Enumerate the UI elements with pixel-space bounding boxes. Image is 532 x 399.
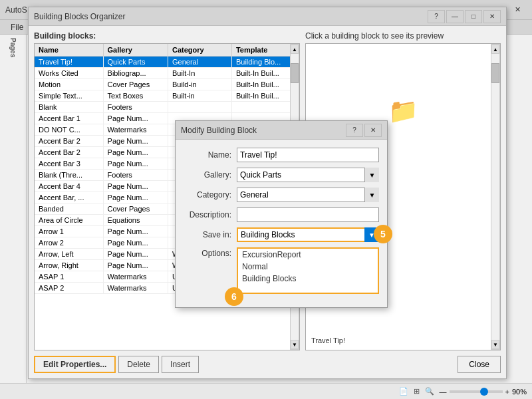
main-area: Pages Building Blocks Organizer ? — □ ✕ xyxy=(0,35,532,399)
options-item-building[interactable]: Building Blocks xyxy=(238,273,378,285)
modify-dialog: Modify Building Block ? ✕ Name: Gallery: xyxy=(175,120,388,308)
save-in-select[interactable]: Building Blocks Normal ExcursionReport xyxy=(237,227,379,242)
name-input[interactable] xyxy=(237,148,379,162)
bb-maximize-btn[interactable]: □ xyxy=(465,10,482,23)
description-label: Description: xyxy=(184,210,237,219)
category-label: Category: xyxy=(184,190,237,200)
status-grid-icon: ⊞ xyxy=(414,387,420,396)
col-category[interactable]: Category xyxy=(168,44,232,57)
close-btn[interactable]: Close xyxy=(458,356,501,373)
bb-dialog-titlebar: Building Blocks Organizer ? — □ ✕ xyxy=(29,7,506,26)
gallery-label: Gallery: xyxy=(184,170,237,180)
bb-preview-label: Click a building block to see its previe… xyxy=(305,31,501,41)
close-title-btn[interactable]: ✕ xyxy=(508,3,527,17)
category-select-wrapper: General Built-In ▼ xyxy=(237,188,379,202)
modify-titlebar: Modify Building Block ? ✕ xyxy=(176,121,387,140)
description-input[interactable] xyxy=(237,207,379,222)
preview-scroll-down[interactable]: ▼ xyxy=(491,340,499,349)
scroll-thumb[interactable] xyxy=(291,63,299,83)
table-row[interactable]: Works CitedBibliograp...Built-InBuilt-In… xyxy=(35,68,299,79)
save-in-row: Save in: Building Blocks Normal Excursio… xyxy=(184,227,379,242)
zoom-plus[interactable]: + xyxy=(505,388,509,396)
app-window: AutoS Building Blocks Organizer ? — □ ✕ … xyxy=(0,0,532,399)
category-row: Category: General Built-In ▼ xyxy=(184,188,379,202)
bb-section-label: Building blocks: xyxy=(34,31,300,41)
step5-badge: 5 xyxy=(374,225,392,243)
preview-travel-tip-text: Travel Tip! xyxy=(311,336,345,344)
modify-dialog-title: Modify Building Block xyxy=(181,126,346,135)
sidebar-btn-pages[interactable]: Pages xyxy=(3,37,24,59)
zoom-thumb xyxy=(480,388,488,396)
modify-help-btn[interactable]: ? xyxy=(346,124,363,137)
name-row: Name: xyxy=(184,148,379,162)
edit-properties-btn[interactable]: Edit Properties... xyxy=(34,356,116,373)
bb-bottom-buttons: Edit Properties... Delete Insert xyxy=(34,356,300,373)
col-gallery[interactable]: Gallery xyxy=(103,44,168,57)
delete-btn[interactable]: Delete xyxy=(118,356,159,373)
scroll-down-arrow[interactable]: ▼ xyxy=(291,340,299,349)
save-in-select-wrapper: Building Blocks Normal ExcursionReport ▼ xyxy=(237,227,379,242)
options-listbox[interactable]: ExcursionReport Normal Building Blocks xyxy=(237,247,379,294)
bb-help-btn[interactable]: ? xyxy=(428,10,445,23)
menu-file[interactable]: File xyxy=(5,21,29,33)
scroll-up-arrow[interactable]: ▲ xyxy=(291,45,299,54)
options-label: Options: xyxy=(184,247,237,258)
zoom-level: 90% xyxy=(512,388,527,396)
sidebar: Pages xyxy=(0,35,27,399)
preview-scroll-up[interactable]: ▲ xyxy=(491,45,499,54)
name-label: Name: xyxy=(184,150,237,160)
bb-close-btn[interactable]: ✕ xyxy=(483,10,501,23)
zoom-slider[interactable] xyxy=(450,390,503,393)
bb-close-area: Close xyxy=(305,356,501,373)
preview-folder-icon: 📁 xyxy=(388,97,418,125)
modify-content: Name: Gallery: Quick Parts AutoText Bibl… xyxy=(176,140,387,307)
description-row: Description: xyxy=(184,207,379,222)
insert-btn[interactable]: Insert xyxy=(162,356,199,373)
step6-badge: 6 xyxy=(225,287,243,306)
gallery-row: Gallery: Quick Parts AutoText Bibliograp… xyxy=(184,168,379,182)
table-row[interactable]: Travel Tip!Quick PartsGeneralBuilding Bl… xyxy=(35,57,299,68)
modify-dialog-controls: ? ✕ xyxy=(346,124,382,137)
modify-close-btn[interactable]: ✕ xyxy=(364,124,382,137)
options-row: Options: ExcursionReport Normal Building… xyxy=(184,247,379,294)
options-item-excursion[interactable]: ExcursionReport xyxy=(238,249,378,261)
col-template[interactable]: Template xyxy=(231,44,299,57)
zoom-minus[interactable]: — xyxy=(440,388,447,396)
bb-dialog-title-text: Building Blocks Organizer xyxy=(34,12,428,21)
category-select[interactable]: General Built-In xyxy=(237,188,379,202)
preview-scroll-thumb[interactable] xyxy=(491,63,499,83)
table-row[interactable]: Simple Text...Text BoxesBuilt-inBuilt-In… xyxy=(35,90,299,102)
gallery-select[interactable]: Quick Parts AutoText Bibliographies xyxy=(237,168,379,182)
bb-minimize-btn[interactable]: — xyxy=(446,10,464,23)
status-bar: 📄 ⊞ 🔍 — + 90% xyxy=(0,383,532,399)
options-item-normal[interactable]: Normal xyxy=(238,261,378,273)
col-name[interactable]: Name xyxy=(35,44,103,57)
building-blocks-dialog: Building Blocks Organizer ? — □ ✕ Buildi… xyxy=(28,7,507,379)
table-row[interactable]: MotionCover PagesBuild-inBuilt-In Buil..… xyxy=(35,79,299,90)
status-page-icon: 📄 xyxy=(399,387,408,396)
table-row[interactable]: BlankFooters xyxy=(35,102,299,113)
status-zoom-icon: 🔍 xyxy=(425,387,434,396)
gallery-select-wrapper: Quick Parts AutoText Bibliographies ▼ xyxy=(237,168,379,182)
preview-scrollbar[interactable]: ▲ ▼ xyxy=(491,44,500,350)
save-in-label: Save in: xyxy=(184,230,237,239)
zoom-control: — + 90% xyxy=(440,388,527,396)
bb-dialog-controls: ? — □ ✕ xyxy=(428,10,501,23)
